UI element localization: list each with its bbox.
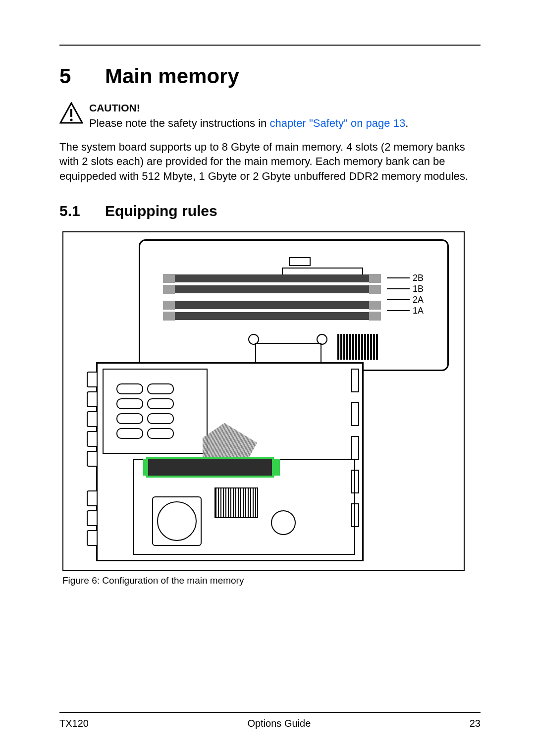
io-slots-icon [351,369,360,552]
caution-link[interactable]: chapter "Safety" on page 13 [269,117,405,129]
body-paragraph: The system board supports up to 8 Gbyte … [59,140,481,184]
svg-point-2 [70,118,72,121]
slot-label-2a: 2A [413,294,424,305]
footer-rule [59,712,481,713]
psu-icon [103,369,208,454]
caution-text: Please note the safety instructions in c… [89,116,481,131]
chapter-heading: 5 Main memory [59,64,481,88]
caution-text-suffix: . [405,117,408,129]
slot-label-1b: 1B [413,283,424,294]
ram-clip-icon [273,459,280,476]
caution-label: CAUTION! [89,102,481,114]
battery-icon [271,510,296,535]
footer-page-number: 23 [470,718,481,729]
memory-slots-icon [165,274,379,323]
slot-label-2b: 2B [413,272,424,283]
chapter-title: Main memory [105,64,239,88]
chassis-icon [96,362,364,561]
page-footer: TX120 Options Guide 23 [59,712,481,729]
footer-doc-title: Options Guide [247,718,311,729]
header-rule [59,45,481,46]
section-number: 5.1 [59,203,105,219]
heatsink-icon [337,334,385,360]
figure-caption: Figure 6: Configuration of the main memo… [62,575,481,586]
installed-ram-highlight-icon [148,459,272,476]
figure-diagram: 2B 1B 2A 1A [62,231,465,571]
diagram-zoom-panel: 2B 1B 2A 1A [139,239,449,371]
slot-label-1a: 1A [413,305,424,316]
caution-text-prefix: Please note the safety instructions in [89,117,269,129]
chapter-number: 5 [59,64,105,88]
caution-icon [59,102,83,126]
slot-labels: 2B 1B 2A 1A [387,272,424,316]
chipset-heatsink-icon [214,487,258,518]
board-connector-icon [289,257,368,262]
fan-icon [152,496,202,546]
section-heading: 5.1 Equipping rules [59,203,481,219]
section-title: Equipping rules [105,203,217,219]
footer-model: TX120 [59,718,89,729]
caution-block: CAUTION! Please note the safety instruct… [59,102,481,131]
drive-bay-tabs-icon [87,372,98,550]
